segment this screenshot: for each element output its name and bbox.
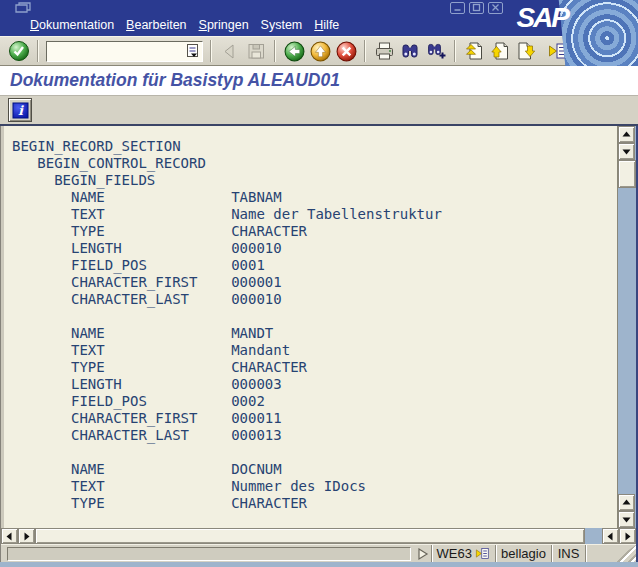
enter-button[interactable]: [6, 38, 32, 64]
vertical-scrollbar: [617, 126, 636, 528]
system-name: bellagio: [501, 546, 546, 561]
find-button[interactable]: [397, 38, 423, 64]
window-controls: [450, 2, 503, 14]
horizontal-scroll-track[interactable]: [585, 528, 602, 544]
message-expand-icon[interactable]: [415, 546, 431, 562]
horizontal-scrollbar: [1, 528, 636, 544]
status-message-field[interactable]: [7, 547, 411, 561]
close-icon[interactable]: [488, 2, 503, 14]
back-button[interactable]: [281, 38, 307, 64]
session-list-button[interactable]: [545, 38, 571, 64]
cancel-button[interactable]: [333, 38, 359, 64]
document-viewer: BEGIN_RECORD_SECTION BEGIN_CONTROL_RECOR…: [1, 126, 617, 528]
toolbar-separator: [210, 40, 212, 62]
application-toolbar: i: [0, 96, 638, 126]
scroll-down-icon[interactable]: [618, 511, 635, 528]
toolbar-separator: [454, 40, 456, 62]
toolbar-separator: [37, 40, 39, 62]
menu-bar: DokumentationBearbeitenSpringenSystemHil…: [0, 15, 638, 36]
info-button[interactable]: i: [8, 98, 32, 122]
status-insert-mode-cell: INS: [551, 545, 585, 562]
command-field: [46, 41, 203, 62]
page-title: Dokumentation für Basistyp ALEAUD01: [10, 70, 340, 91]
print-button[interactable]: [371, 38, 397, 64]
title-bar: [0, 0, 638, 15]
back-disabled-icon: [217, 38, 243, 64]
status-blank-cell: [585, 545, 611, 562]
menu-bearbeiten[interactable]: Bearbeiten: [120, 16, 192, 34]
scroll-down-icon[interactable]: [618, 143, 635, 160]
exit-button[interactable]: [307, 38, 333, 64]
scroll-up-icon[interactable]: [618, 494, 635, 511]
scroll-right-icon[interactable]: [619, 528, 636, 544]
insert-mode: INS: [558, 546, 580, 561]
first-page-button[interactable]: [461, 38, 487, 64]
status-system-cell: bellagio: [495, 545, 551, 562]
find-next-button[interactable]: [423, 38, 449, 64]
page-down-button[interactable]: [513, 38, 539, 64]
menu-hilfe[interactable]: Hilfe: [308, 16, 345, 34]
command-input[interactable]: [47, 44, 186, 58]
transaction-code: WE63: [437, 546, 472, 561]
toolbar-separator: [364, 40, 366, 62]
toolbar-separator: [274, 40, 276, 62]
menu-system[interactable]: System: [255, 16, 309, 34]
menu-dokumentation[interactable]: Dokumentation: [24, 16, 120, 34]
screen-header: Dokumentation für Basistyp ALEAUD01: [0, 66, 638, 96]
status-field-list-icon[interactable]: [475, 547, 490, 560]
body-wrap: BEGIN_RECORD_SECTION BEGIN_CONTROL_RECOR…: [0, 126, 638, 562]
status-bar: WE63 bellagio INS: [1, 544, 636, 562]
sap-window: DokumentationBearbeitenSpringenSystemHil…: [0, 0, 638, 567]
system-menu-icon[interactable]: [14, 2, 34, 14]
vertical-scroll-track[interactable]: [618, 188, 636, 494]
command-history-icon[interactable]: [186, 43, 200, 60]
menu-springen[interactable]: Springen: [193, 16, 255, 34]
idoc-documentation-text: BEGIN_RECORD_SECTION BEGIN_CONTROL_RECOR…: [4, 126, 617, 512]
minimize-icon[interactable]: [450, 2, 465, 14]
scroll-left-icon[interactable]: [602, 528, 619, 544]
scroll-right-icon[interactable]: [18, 528, 35, 544]
system-toolbar: [0, 36, 638, 66]
status-transaction-cell: WE63: [431, 545, 495, 562]
content-row: BEGIN_RECORD_SECTION BEGIN_CONTROL_RECOR…: [1, 126, 636, 528]
scroll-left-icon[interactable]: [1, 528, 18, 544]
save-disabled-icon: [243, 38, 269, 64]
page-up-button[interactable]: [487, 38, 513, 64]
horizontal-scroll-thumb[interactable]: [35, 528, 585, 544]
scroll-up-icon[interactable]: [618, 126, 635, 143]
maximize-icon[interactable]: [469, 2, 484, 14]
vertical-scroll-thumb[interactable]: [618, 160, 636, 188]
resize-grip[interactable]: [611, 545, 636, 562]
